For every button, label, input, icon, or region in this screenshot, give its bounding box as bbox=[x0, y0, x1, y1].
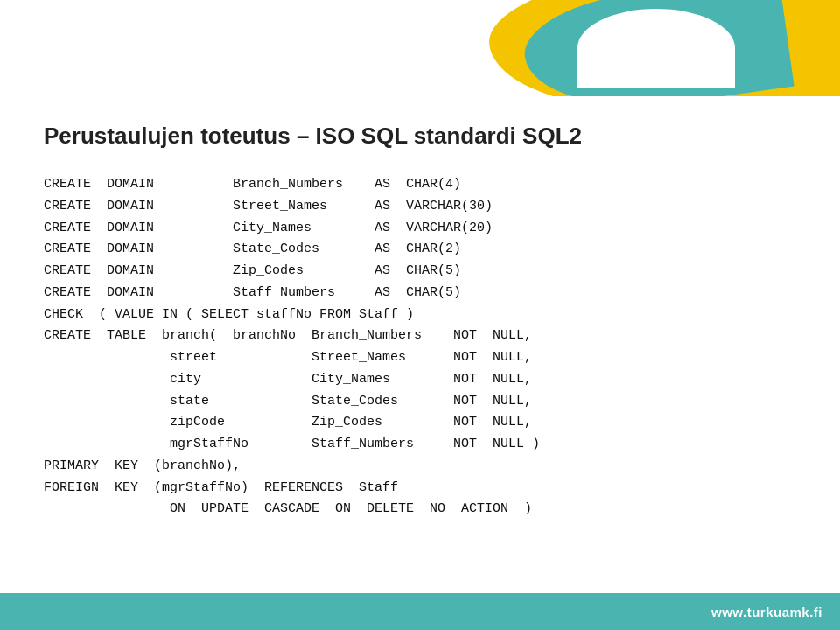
sql-block: CREATE DOMAIN Branch_Numbers AS CHAR(4) … bbox=[44, 174, 796, 521]
main-content: Perustaulujen toteutus – ISO SQL standar… bbox=[0, 96, 840, 593]
footer-url: www.turkuamk.fi bbox=[711, 605, 822, 620]
banner-white-arc bbox=[578, 9, 735, 88]
sun-icon: ✳ bbox=[804, 7, 824, 47]
top-banner bbox=[0, 0, 840, 96]
page-title: Perustaulujen toteutus – ISO SQL standar… bbox=[44, 122, 796, 150]
bottom-bar: www.turkuamk.fi bbox=[0, 593, 840, 630]
